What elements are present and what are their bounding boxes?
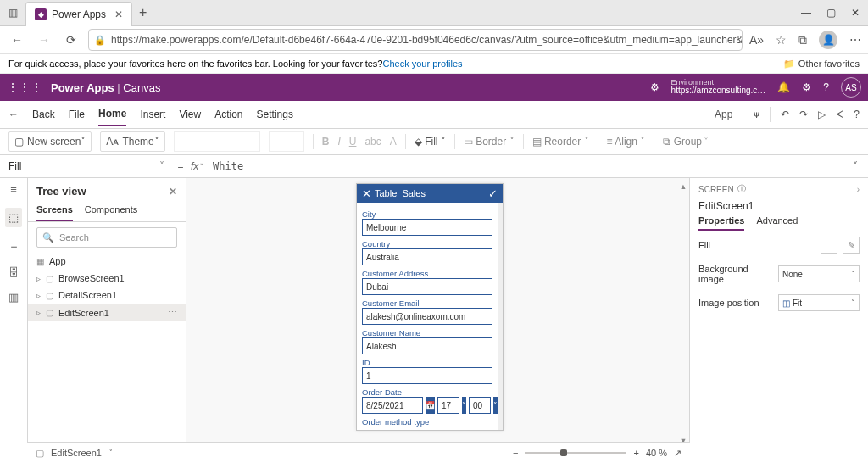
form-cancel-icon[interactable]: ✕ — [362, 187, 371, 200]
fill-swatch[interactable] — [821, 237, 837, 254]
share-icon[interactable]: ᗕ — [836, 109, 843, 120]
cmd-insert[interactable]: Insert — [140, 109, 165, 120]
fill-button[interactable]: ⬙ Fill ˅ — [415, 136, 446, 148]
rail-insert-icon[interactable]: ＋ — [8, 239, 19, 254]
tab-properties[interactable]: Properties — [698, 215, 744, 231]
field-value[interactable]: 1 — [362, 367, 492, 384]
status-screen-name[interactable]: EditScreen1 — [51, 448, 102, 458]
url-box[interactable]: 🔒 https://make.powerapps.com/e/Default-d… — [88, 29, 743, 51]
bgimage-select[interactable]: None˅ — [778, 265, 860, 282]
orderdate-min[interactable]: 00 — [469, 397, 491, 414]
environment[interactable]: Environment https://amzconsulting.c… — [671, 79, 766, 96]
italic-icon[interactable]: I — [337, 136, 340, 148]
cmd-settings[interactable]: Settings — [257, 109, 293, 120]
environment-icon[interactable]: ⚙ — [650, 81, 659, 93]
chevron-down-icon[interactable]: ˅ — [108, 448, 114, 459]
other-favorites[interactable]: 📁 Other favorites — [783, 59, 860, 70]
reorder-button[interactable]: ▤ Reorder ˅ — [532, 136, 589, 148]
read-aloud-icon[interactable]: A» — [749, 33, 764, 47]
cmd-view[interactable]: View — [179, 109, 201, 120]
back-icon[interactable]: ← — [8, 109, 19, 120]
canvas[interactable]: ✕ Table_Sales ✓ City Melbourne Country A… — [186, 178, 689, 463]
tree-item-editscreen[interactable]: ▹ ▢ EditScreen1 ⋯ — [28, 304, 186, 321]
tree-item-more-icon[interactable]: ⋯ — [168, 307, 177, 318]
theme-button[interactable]: Aᴀ Theme ˅ — [100, 131, 164, 152]
fill-edit-icon[interactable]: ✎ — [843, 237, 860, 254]
cmd-app[interactable]: App — [715, 109, 732, 120]
orderdate-date[interactable]: 8/25/2021 — [362, 397, 423, 414]
strike-icon[interactable]: abc — [364, 136, 381, 148]
nav-back-icon[interactable]: ← — [7, 33, 27, 47]
chevron-right-icon[interactable]: › — [857, 185, 860, 194]
tree-item-app[interactable]: ▦ App — [28, 253, 186, 270]
help-icon[interactable]: ? — [823, 81, 829, 93]
tab-actions-icon[interactable]: ▥ — [0, 7, 25, 19]
cmd-home[interactable]: Home — [98, 108, 126, 126]
orderdate-hour[interactable]: 17 — [437, 397, 459, 414]
font-color-icon[interactable]: A — [390, 136, 397, 148]
user-initials[interactable]: AS — [841, 77, 861, 98]
imgpos-select[interactable]: ◫Fit˅ — [778, 294, 860, 311]
group-button[interactable]: ⧉ Group ˅ — [663, 136, 708, 148]
browser-tab[interactable]: ◆ Power Apps ✕ — [25, 2, 132, 26]
field-value[interactable]: Australia — [362, 248, 492, 265]
chevron-right-icon[interactable]: ▹ — [36, 308, 41, 317]
browser-menu-icon[interactable]: ⋯ — [849, 33, 861, 47]
favorites-icon[interactable]: ☆ — [776, 33, 787, 47]
chevron-down-icon[interactable]: ˅ — [493, 397, 498, 414]
new-screen-button[interactable]: ▢ New screen ˅ — [8, 131, 92, 152]
rail-tree-icon[interactable]: ⬚ — [5, 208, 22, 227]
border-button[interactable]: ▭ Border ˅ — [464, 136, 515, 148]
window-close-icon[interactable]: ✕ — [851, 7, 860, 19]
tree-item-detailscreen[interactable]: ▹ ▢ DetailScreen1 — [28, 287, 186, 304]
profile-avatar[interactable]: 👤 — [819, 31, 837, 49]
field-value[interactable]: Dubai — [362, 278, 492, 295]
tab-advanced[interactable]: Advanced — [756, 215, 798, 231]
fx-property-select[interactable]: Fill˅ — [0, 155, 170, 177]
redo-icon[interactable]: ↷ — [799, 109, 808, 120]
form-card[interactable]: ✕ Table_Sales ✓ City Melbourne Country A… — [356, 183, 504, 431]
window-minimize-icon[interactable]: ― — [801, 7, 811, 19]
fx-value[interactable]: White — [213, 160, 843, 172]
close-tab-icon[interactable]: ✕ — [114, 8, 123, 20]
new-tab-button[interactable]: + — [139, 5, 147, 20]
app-launcher-icon[interactable]: ⋮⋮⋮ — [7, 81, 42, 94]
tree-close-icon[interactable]: ✕ — [169, 186, 177, 198]
zoom-slider[interactable] — [525, 452, 626, 454]
tab-screens[interactable]: Screens — [36, 204, 73, 221]
collections-icon[interactable]: ⧉ — [798, 33, 807, 47]
notifications-icon[interactable]: 🔔 — [777, 81, 790, 93]
app-checker-icon[interactable]: ᴪ — [754, 109, 760, 120]
canvas-scrollbar[interactable]: ▲ ▼ — [679, 181, 687, 446]
tree-search[interactable]: 🔍 Search — [36, 227, 177, 248]
field-value[interactable]: alakesh@onlineaxom.com — [362, 308, 492, 325]
tab-components[interactable]: Components — [85, 204, 137, 221]
font-family-select[interactable] — [174, 131, 260, 152]
undo-icon[interactable]: ↶ — [781, 109, 789, 120]
fx-icon[interactable]: fx˅ — [191, 160, 213, 172]
zoom-in-icon[interactable]: + — [633, 448, 638, 458]
chevron-right-icon[interactable]: ▹ — [36, 274, 41, 283]
calendar-icon[interactable]: 📅 — [426, 397, 435, 414]
info-icon[interactable]: ⓘ — [737, 183, 746, 195]
play-icon[interactable]: ▷ — [818, 109, 826, 120]
fx-expand-icon[interactable]: ˅ — [843, 160, 868, 172]
chevron-down-icon[interactable]: ˅ — [462, 397, 466, 414]
cmd-action[interactable]: Action — [214, 109, 242, 120]
fit-to-window-icon[interactable]: ↗ — [674, 448, 682, 459]
bold-icon[interactable]: B — [322, 136, 330, 148]
cmd-file[interactable]: File — [69, 109, 85, 120]
rail-hamburger-icon[interactable]: ≡ — [10, 183, 17, 196]
tree-item-browsescreen[interactable]: ▹ ▢ BrowseScreen1 — [28, 270, 186, 287]
rail-media-icon[interactable]: ▥ — [8, 291, 19, 304]
zoom-out-icon[interactable]: − — [513, 448, 518, 458]
nav-refresh-icon[interactable]: ⟳ — [61, 33, 81, 47]
form-accept-icon[interactable]: ✓ — [488, 187, 498, 200]
align-button[interactable]: ≡ Align ˅ — [607, 136, 646, 148]
favbar-link[interactable]: Check your profiles — [382, 59, 462, 69]
field-value[interactable]: Melbourne — [362, 219, 492, 236]
underline-icon[interactable]: U — [349, 136, 357, 148]
settings-icon[interactable]: ⚙ — [802, 81, 811, 93]
window-restore-icon[interactable]: ▢ — [826, 7, 836, 19]
chevron-right-icon[interactable]: ▹ — [36, 291, 41, 300]
